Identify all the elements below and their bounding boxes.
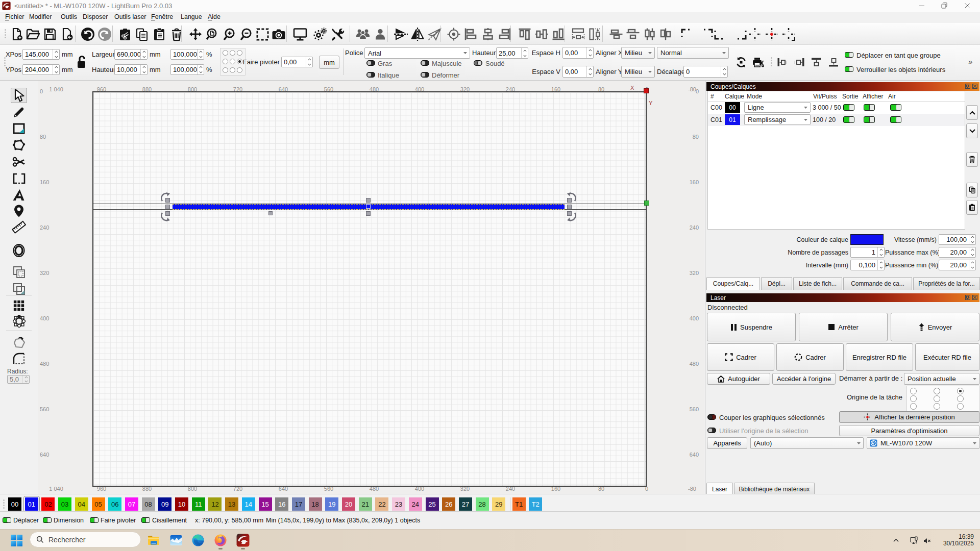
redo-button[interactable]	[96, 26, 113, 43]
show-last-position-button[interactable]: Afficher la dernière position	[839, 411, 979, 423]
speed-field[interactable]: 100,00	[939, 234, 976, 245]
minimize-button[interactable]	[918, 2, 926, 10]
palette-swatch-20[interactable]: 20	[342, 497, 355, 511]
status-toggle-dimension[interactable]	[43, 517, 52, 523]
align-y-combo[interactable]: Milieu	[621, 66, 655, 78]
cut-shapes-tool[interactable]	[11, 154, 27, 169]
dock-tab-cuts[interactable]: Coupes/Calq...	[706, 277, 760, 290]
passes-spinner[interactable]	[877, 247, 884, 257]
new-file-button[interactable]	[9, 26, 25, 43]
hspace-field[interactable]: 0,00	[562, 47, 594, 59]
width-percent-spinner[interactable]	[197, 49, 204, 59]
palette-swatch-27[interactable]: 27	[459, 497, 472, 511]
dock-tab-4[interactable]: Propriétés de la for...	[913, 277, 980, 290]
layer-mode-combo[interactable]: Ligne	[744, 102, 811, 113]
menu-modifier[interactable]: Modifier	[29, 13, 52, 20]
height-percent-spinner[interactable]	[197, 65, 204, 74]
palette-swatch-14[interactable]: 14	[242, 497, 255, 511]
layer-air-toggle[interactable]	[890, 116, 901, 123]
palette-swatch-29[interactable]: 29	[492, 497, 505, 511]
float-panel-icon[interactable]	[965, 84, 970, 89]
rotate-spinner[interactable]	[306, 57, 312, 67]
selection-rotate-handle[interactable]	[160, 211, 172, 222]
selection-rotate-handle[interactable]	[566, 192, 577, 203]
offset-polygon-tool[interactable]	[11, 336, 27, 351]
rotate-field[interactable]: 0,00	[281, 57, 313, 67]
position-pin-tool[interactable]	[11, 203, 27, 218]
tray-volume-muted-icon[interactable]	[923, 530, 931, 551]
palette-swatch-10[interactable]: 10	[175, 497, 188, 511]
status-toggle-cisaillement[interactable]	[141, 517, 150, 523]
hspace-spinner[interactable]	[586, 47, 593, 58]
palette-swatch-25[interactable]: 25	[426, 497, 439, 511]
height-percent-field[interactable]: 100,000	[170, 64, 204, 75]
toolbar-overflow-chevron[interactable]: »	[968, 57, 972, 66]
power-min-field[interactable]: 20,00	[939, 260, 976, 270]
toolbar-drag-handle[interactable]	[3, 57, 6, 66]
distort-toggle[interactable]	[421, 72, 429, 78]
bold-toggle[interactable]	[366, 60, 375, 66]
menu-entre[interactable]: Fenêtre	[151, 13, 173, 20]
units-button[interactable]: mm	[319, 56, 339, 69]
machine-settings-button[interactable]	[329, 26, 346, 43]
palette-swatch-09[interactable]: 09	[158, 497, 172, 511]
settings-button[interactable]	[312, 26, 329, 43]
palette-swatch-17[interactable]: 17	[292, 497, 305, 511]
align-center-vertical-button[interactable]	[480, 26, 496, 43]
menu-ide[interactable]: Aide	[208, 13, 220, 20]
offset-shapes-tool[interactable]	[11, 243, 27, 258]
dock-tab-3[interactable]: Commande de ca...	[843, 277, 912, 290]
align-x-combo[interactable]: Milieu	[621, 47, 655, 59]
power-min-spinner[interactable]	[969, 260, 975, 270]
devices-button[interactable]: Appareils	[707, 437, 747, 449]
palette-swatch-00[interactable]: 00	[8, 497, 21, 511]
port-combo[interactable]: (Auto)	[750, 437, 864, 449]
layer-color-chip[interactable]: 00	[725, 102, 740, 113]
design-canvas[interactable]: 1 0401 040960960880880800800720720640640…	[38, 81, 704, 494]
welded-toggle[interactable]	[474, 60, 482, 66]
pan-tool-button[interactable]	[187, 26, 204, 43]
layer-show-toggle[interactable]	[864, 104, 875, 111]
firefox-browser-icon[interactable]	[214, 534, 227, 547]
menu-disposer[interactable]: Disposer	[83, 13, 108, 20]
menu-outils[interactable]: Outils	[61, 13, 77, 20]
width-percent-field[interactable]: 100,000	[170, 49, 204, 60]
lock-inner-objects-toggle[interactable]	[845, 66, 853, 72]
palette-swatch-28[interactable]: 28	[476, 497, 489, 511]
palette-swatch-16[interactable]: 16	[275, 497, 288, 511]
send-button[interactable]: Envoyer	[891, 313, 979, 341]
start-from-combo[interactable]: Position actuelle	[904, 373, 979, 385]
run-rd-button[interactable]: Exécuter RD file	[915, 343, 979, 371]
home-button[interactable]: Autoguider	[707, 373, 770, 385]
taskbar-clock[interactable]: 16:3930/10/2025	[943, 534, 974, 547]
position-laser-button[interactable]	[446, 26, 462, 43]
lightburn-taskbar-icon[interactable]	[236, 534, 250, 547]
layer-show-toggle[interactable]	[864, 116, 875, 123]
menu-ichier[interactable]: Fichier	[5, 13, 24, 20]
palette-swatch-22[interactable]: 22	[375, 497, 388, 511]
layer-paste-button[interactable]	[966, 200, 978, 215]
select-tool[interactable]	[11, 88, 27, 103]
restore-button[interactable]	[940, 2, 948, 10]
frame-button[interactable]: Cadrer	[707, 343, 774, 371]
pull-left-icon[interactable]	[776, 56, 789, 68]
offset-field[interactable]: 0	[683, 66, 728, 78]
cuts-panel-titlebar[interactable]: Coupes/Calques	[706, 82, 979, 91]
ypos-spinner[interactable]	[53, 65, 59, 74]
optimization-settings-button[interactable]: Paramètres d'optimisation	[839, 425, 979, 436]
palette-swatch-23[interactable]: 23	[392, 497, 405, 511]
selection-rotate-handle[interactable]	[160, 192, 172, 203]
frame-selection-button[interactable]	[254, 26, 271, 43]
layer-copy-button[interactable]	[966, 183, 978, 197]
uppercase-toggle[interactable]	[421, 60, 429, 66]
font-family-combo[interactable]: Arial	[364, 47, 470, 59]
menu-outilslaser[interactable]: Outils laser	[114, 13, 146, 20]
print-cut-icon[interactable]	[752, 56, 764, 68]
file-explorer-icon[interactable]	[147, 534, 160, 547]
palette-swatch-21[interactable]: 21	[359, 497, 372, 511]
palette-swatch-T1[interactable]: T1	[512, 497, 526, 511]
selection-shear-handle[interactable]	[268, 211, 273, 215]
move-as-group-toggle[interactable]	[845, 52, 853, 58]
selection-rotate-handle[interactable]	[566, 211, 577, 222]
layer-output-toggle[interactable]	[843, 116, 854, 123]
